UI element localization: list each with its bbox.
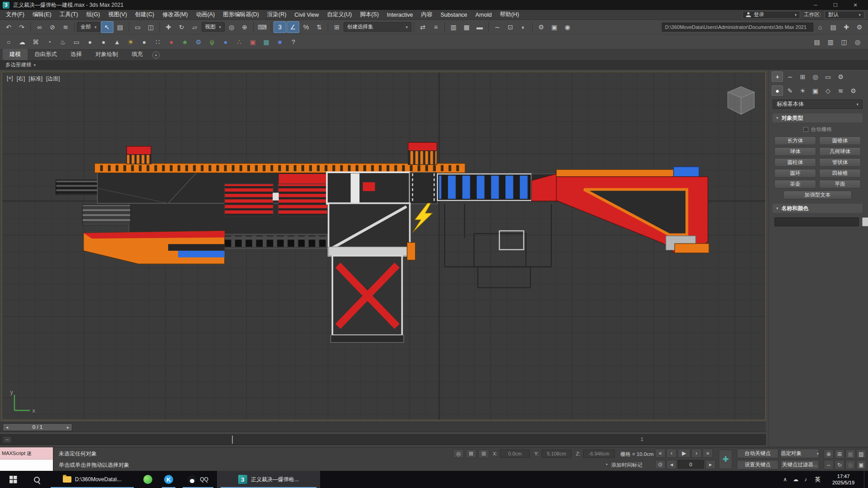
- viewport-canvas[interactable]: y x: [2, 72, 765, 420]
- help-icon[interactable]: ?: [287, 36, 300, 48]
- menu-animation[interactable]: 动画(A): [192, 10, 219, 19]
- viewport-layout-icon[interactable]: ◫: [838, 36, 850, 48]
- gun-model[interactable]: [56, 142, 709, 343]
- select-and-scale-icon[interactable]: ▱: [189, 21, 201, 33]
- sphere-dark-icon[interactable]: ●: [97, 36, 110, 48]
- frame-spin-up-icon[interactable]: ▸: [705, 460, 716, 469]
- display-tab-icon[interactable]: ▭: [822, 71, 834, 82]
- zoom-extents-icon[interactable]: ▦: [845, 449, 855, 459]
- new-scene-icon[interactable]: ✚: [840, 21, 853, 33]
- select-and-rotate-icon[interactable]: ↻: [175, 21, 188, 33]
- app-icon[interactable]: 3: [3, 2, 9, 9]
- maximize-viewport-icon[interactable]: ▣: [856, 460, 866, 469]
- schematic-view-icon[interactable]: ⊡: [504, 21, 517, 33]
- key-filter-scope-dropdown[interactable]: 选定对象 ▾: [780, 449, 819, 458]
- selection-filter-dropdown[interactable]: 全部 ▾: [77, 22, 100, 32]
- add-time-tag[interactable]: 添加时间标记: [611, 462, 642, 469]
- isolate-toggle-icon[interactable]: ◎: [851, 36, 864, 48]
- percent-snap-icon[interactable]: %: [300, 21, 312, 33]
- sphere-blue-icon[interactable]: ●: [219, 36, 232, 48]
- unlink-selection-icon[interactable]: ⊘: [46, 21, 59, 33]
- primitive-category-dropdown[interactable]: 标准基本体 ▾: [773, 99, 863, 109]
- viewcube[interactable]: [728, 87, 755, 114]
- selection-lock-icon[interactable]: ⊠: [466, 449, 476, 458]
- geometry-category-icon[interactable]: ●: [772, 85, 783, 96]
- menu-edit[interactable]: 编辑(E): [28, 10, 56, 19]
- menu-civil-view[interactable]: Civil View: [290, 10, 323, 19]
- spacewarps-category-icon[interactable]: ≋: [835, 85, 846, 96]
- tube-button[interactable]: 管状体: [819, 158, 861, 167]
- torus-button[interactable]: 圆环: [774, 169, 816, 178]
- sun-icon[interactable]: ☀: [124, 36, 137, 48]
- material-editor-icon[interactable]: ◐: [517, 21, 530, 33]
- box-button[interactable]: 长方体: [774, 136, 816, 145]
- use-pivot-center-icon[interactable]: ◎: [225, 21, 238, 33]
- polygon-modeling-panel[interactable]: 多边形建模: [5, 61, 32, 68]
- menu-file[interactable]: 文件(F): [2, 10, 28, 19]
- select-and-link-icon[interactable]: ∞: [33, 21, 46, 33]
- keyboard-override-icon[interactable]: ⌨: [256, 21, 269, 33]
- select-object-icon[interactable]: ↖: [101, 21, 113, 33]
- rollout-object-type[interactable]: ▾ 对象类型: [773, 113, 863, 122]
- menu-graph-editors[interactable]: 图形编辑器(D): [219, 10, 263, 19]
- minimize-button[interactable]: ─: [806, 0, 826, 10]
- taskbar-3dsmax-item[interactable]: 3 正义裁决—爆弹枪...: [217, 471, 320, 488]
- chart-icon[interactable]: ▦: [260, 36, 273, 48]
- next-frame-icon[interactable]: ▸: [64, 425, 72, 430]
- z-coordinate-field[interactable]: [583, 450, 615, 458]
- menu-content[interactable]: 内容: [417, 10, 437, 19]
- array-icon[interactable]: ∷: [151, 36, 164, 48]
- sphere-red-icon[interactable]: ●: [165, 36, 178, 48]
- utilities-tab-icon[interactable]: ⚙: [835, 71, 846, 82]
- selection-falloff-icon[interactable]: ○: [2, 36, 15, 48]
- window-crossing-icon[interactable]: ◫: [145, 21, 157, 33]
- time-slider[interactable]: ◂ 0 / 1 ▸: [0, 422, 766, 432]
- undo-icon[interactable]: ↶: [2, 21, 15, 33]
- previous-frame-icon[interactable]: ◂: [3, 425, 11, 430]
- menu-customize[interactable]: 自定义(U): [323, 10, 356, 19]
- cameras-category-icon[interactable]: ▣: [810, 85, 821, 96]
- rollout-name-color[interactable]: ▾ 名称和颜色: [773, 204, 863, 213]
- named-selection-set-dropdown[interactable]: 创建选择集 ▾: [344, 22, 411, 32]
- taskbar-browser-item[interactable]: [137, 471, 158, 488]
- tray-volume-icon[interactable]: ♪: [804, 476, 807, 483]
- menu-arnold[interactable]: Arnold: [472, 10, 496, 19]
- menu-tools[interactable]: 工具(T): [56, 10, 82, 19]
- modify-tab-icon[interactable]: ∼: [784, 71, 796, 82]
- reference-coordinate-dropdown[interactable]: 视图 ▾: [202, 22, 225, 32]
- gear-icon[interactable]: ⚙: [192, 36, 205, 48]
- taskbar-search-button[interactable]: [26, 471, 47, 488]
- pyramid-button[interactable]: 四棱锥: [819, 169, 861, 178]
- menu-interactive[interactable]: Interactive: [383, 10, 417, 19]
- sphere-button[interactable]: 球体: [774, 147, 816, 156]
- viewport-menu-renderer[interactable]: [标准]: [28, 75, 42, 83]
- menu-create[interactable]: 创建(C): [131, 10, 158, 19]
- align-icon[interactable]: ≡: [429, 21, 442, 33]
- mirror-icon[interactable]: ⇄: [416, 21, 429, 33]
- select-and-manipulate-icon[interactable]: ⊕: [238, 21, 251, 33]
- cloud-icon[interactable]: ☁: [16, 36, 28, 48]
- named-selection-sets-icon[interactable]: ⊞: [330, 21, 343, 33]
- frame-spin-down-icon[interactable]: ◂: [666, 460, 677, 469]
- angle-snap-icon[interactable]: ∠: [287, 21, 299, 33]
- taskbar-qq-item[interactable]: QQ: [179, 471, 217, 488]
- render-production-icon[interactable]: ◉: [561, 21, 574, 33]
- settings-icon[interactable]: ⚙: [853, 21, 866, 33]
- maximize-button[interactable]: ☐: [826, 0, 845, 10]
- tray-cloud-icon[interactable]: ☁: [793, 476, 798, 483]
- cone-icon[interactable]: ▲: [111, 36, 123, 48]
- object-color-swatch[interactable]: [862, 217, 868, 226]
- go-to-end-icon[interactable]: »: [703, 449, 713, 458]
- project-folder-icon[interactable]: ⌂: [814, 21, 826, 33]
- taskbar-clock[interactable]: 17:47 2025/5/19: [829, 473, 858, 486]
- create-tab-icon[interactable]: +: [772, 71, 783, 82]
- menu-rendering[interactable]: 渲染(R): [263, 10, 290, 19]
- zoom-extents-all-icon[interactable]: ◎: [845, 460, 855, 469]
- time-slider-handle[interactable]: ◂ 0 / 1 ▸: [3, 423, 72, 431]
- track-bar-marker[interactable]: [232, 436, 233, 444]
- teapot-button[interactable]: 茶壶: [774, 180, 816, 188]
- project-path-field[interactable]: [662, 23, 813, 32]
- maxscript-macro-line[interactable]: MAXScript 迷: [0, 447, 53, 459]
- text-plus-button[interactable]: 加强型文本: [783, 191, 852, 199]
- autogrid-checkbox[interactable]: [803, 127, 808, 132]
